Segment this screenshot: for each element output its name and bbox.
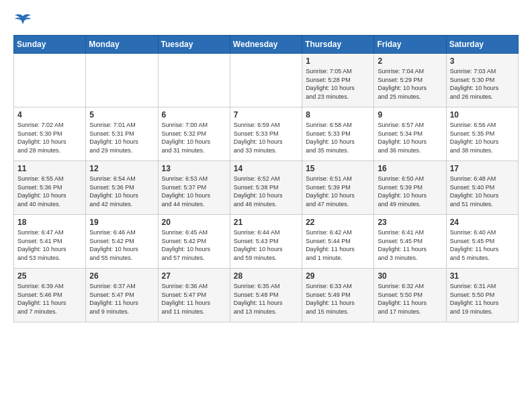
day-info: Sunrise: 6:41 AM Sunset: 5:45 PM Dayligh… bbox=[378, 228, 442, 262]
calendar-cell: 2Sunrise: 7:04 AM Sunset: 5:29 PM Daylig… bbox=[374, 54, 446, 107]
day-number: 3 bbox=[450, 56, 515, 66]
day-info: Sunrise: 6:54 AM Sunset: 5:36 PM Dayligh… bbox=[89, 175, 154, 208]
header-day-tuesday: Tuesday bbox=[158, 36, 230, 54]
calendar-cell: 8Sunrise: 6:58 AM Sunset: 5:33 PM Daylig… bbox=[302, 107, 374, 161]
calendar-cell: 6Sunrise: 7:00 AM Sunset: 5:32 PM Daylig… bbox=[158, 107, 230, 161]
logo bbox=[13, 13, 35, 28]
calendar-table: SundayMondayTuesdayWednesdayThursdayFrid… bbox=[13, 35, 519, 322]
day-number: 30 bbox=[378, 271, 442, 281]
calendar-cell: 24Sunrise: 6:40 AM Sunset: 5:45 PM Dayli… bbox=[446, 215, 518, 269]
header-day-saturday: Saturday bbox=[446, 36, 518, 54]
week-row-2: 11Sunrise: 6:55 AM Sunset: 5:36 PM Dayli… bbox=[14, 161, 519, 215]
calendar-cell: 14Sunrise: 6:52 AM Sunset: 5:38 PM Dayli… bbox=[230, 161, 302, 215]
day-number: 22 bbox=[306, 218, 370, 227]
day-info: Sunrise: 6:37 AM Sunset: 5:47 PM Dayligh… bbox=[89, 282, 154, 316]
calendar-cell: 1Sunrise: 7:05 AM Sunset: 5:28 PM Daylig… bbox=[302, 54, 374, 107]
day-info: Sunrise: 6:56 AM Sunset: 5:35 PM Dayligh… bbox=[450, 121, 515, 154]
day-number: 21 bbox=[234, 218, 298, 227]
header bbox=[13, 13, 519, 28]
day-info: Sunrise: 6:36 AM Sunset: 5:47 PM Dayligh… bbox=[162, 282, 226, 316]
calendar-cell: 11Sunrise: 6:55 AM Sunset: 5:36 PM Dayli… bbox=[14, 161, 86, 215]
day-number: 27 bbox=[162, 271, 226, 281]
day-info: Sunrise: 6:31 AM Sunset: 5:50 PM Dayligh… bbox=[450, 282, 515, 316]
calendar-cell bbox=[86, 54, 158, 107]
day-number: 25 bbox=[17, 271, 82, 281]
day-info: Sunrise: 6:44 AM Sunset: 5:43 PM Dayligh… bbox=[234, 228, 298, 262]
calendar-cell: 28Sunrise: 6:35 AM Sunset: 5:48 PM Dayli… bbox=[230, 269, 302, 322]
calendar-cell: 3Sunrise: 7:03 AM Sunset: 5:30 PM Daylig… bbox=[446, 54, 518, 107]
day-number: 5 bbox=[89, 110, 154, 120]
week-row-1: 4Sunrise: 7:02 AM Sunset: 5:30 PM Daylig… bbox=[14, 107, 519, 161]
day-number: 6 bbox=[162, 110, 226, 120]
day-number: 2 bbox=[378, 56, 442, 66]
calendar-header: SundayMondayTuesdayWednesdayThursdayFrid… bbox=[14, 36, 519, 54]
calendar-body: 1Sunrise: 7:05 AM Sunset: 5:28 PM Daylig… bbox=[14, 54, 519, 322]
calendar-cell: 22Sunrise: 6:42 AM Sunset: 5:44 PM Dayli… bbox=[302, 215, 374, 269]
day-info: Sunrise: 7:03 AM Sunset: 5:30 PM Dayligh… bbox=[450, 67, 515, 101]
day-info: Sunrise: 6:52 AM Sunset: 5:38 PM Dayligh… bbox=[234, 175, 298, 208]
day-info: Sunrise: 7:05 AM Sunset: 5:28 PM Dayligh… bbox=[306, 67, 370, 101]
header-day-friday: Friday bbox=[374, 36, 446, 54]
logo-bird-icon bbox=[13, 13, 32, 28]
week-row-4: 25Sunrise: 6:39 AM Sunset: 5:46 PM Dayli… bbox=[14, 269, 519, 322]
header-day-wednesday: Wednesday bbox=[230, 36, 302, 54]
day-info: Sunrise: 6:59 AM Sunset: 5:33 PM Dayligh… bbox=[234, 121, 298, 154]
day-number: 16 bbox=[378, 164, 442, 173]
day-info: Sunrise: 6:47 AM Sunset: 5:41 PM Dayligh… bbox=[17, 228, 82, 262]
day-number: 18 bbox=[17, 218, 82, 227]
calendar-cell: 30Sunrise: 6:32 AM Sunset: 5:50 PM Dayli… bbox=[374, 269, 446, 322]
day-number: 8 bbox=[306, 110, 370, 120]
calendar-cell: 10Sunrise: 6:56 AM Sunset: 5:35 PM Dayli… bbox=[446, 107, 518, 161]
day-info: Sunrise: 7:01 AM Sunset: 5:31 PM Dayligh… bbox=[89, 121, 154, 154]
day-info: Sunrise: 6:53 AM Sunset: 5:37 PM Dayligh… bbox=[162, 175, 226, 208]
day-number: 31 bbox=[450, 271, 515, 281]
day-info: Sunrise: 6:50 AM Sunset: 5:39 PM Dayligh… bbox=[378, 175, 442, 208]
calendar-cell bbox=[230, 54, 302, 107]
day-info: Sunrise: 7:00 AM Sunset: 5:32 PM Dayligh… bbox=[162, 121, 226, 154]
day-info: Sunrise: 7:04 AM Sunset: 5:29 PM Dayligh… bbox=[378, 67, 442, 101]
day-number: 12 bbox=[89, 164, 154, 173]
header-row: SundayMondayTuesdayWednesdayThursdayFrid… bbox=[14, 36, 519, 54]
day-info: Sunrise: 6:42 AM Sunset: 5:44 PM Dayligh… bbox=[306, 228, 370, 262]
day-number: 17 bbox=[450, 164, 515, 173]
calendar-cell: 29Sunrise: 6:33 AM Sunset: 5:49 PM Dayli… bbox=[302, 269, 374, 322]
day-number: 13 bbox=[162, 164, 226, 173]
day-number: 15 bbox=[306, 164, 370, 173]
day-number: 9 bbox=[378, 110, 442, 120]
day-number: 28 bbox=[234, 271, 298, 281]
calendar-cell: 23Sunrise: 6:41 AM Sunset: 5:45 PM Dayli… bbox=[374, 215, 446, 269]
calendar-cell: 27Sunrise: 6:36 AM Sunset: 5:47 PM Dayli… bbox=[158, 269, 230, 322]
calendar-cell: 31Sunrise: 6:31 AM Sunset: 5:50 PM Dayli… bbox=[446, 269, 518, 322]
calendar-cell bbox=[158, 54, 230, 107]
day-info: Sunrise: 6:45 AM Sunset: 5:42 PM Dayligh… bbox=[162, 228, 226, 262]
day-info: Sunrise: 6:32 AM Sunset: 5:50 PM Dayligh… bbox=[378, 282, 442, 316]
day-number: 20 bbox=[162, 218, 226, 227]
calendar-cell: 26Sunrise: 6:37 AM Sunset: 5:47 PM Dayli… bbox=[86, 269, 158, 322]
calendar-cell: 7Sunrise: 6:59 AM Sunset: 5:33 PM Daylig… bbox=[230, 107, 302, 161]
calendar-cell: 17Sunrise: 6:48 AM Sunset: 5:40 PM Dayli… bbox=[446, 161, 518, 215]
header-day-monday: Monday bbox=[86, 36, 158, 54]
calendar-cell: 18Sunrise: 6:47 AM Sunset: 5:41 PM Dayli… bbox=[14, 215, 86, 269]
day-info: Sunrise: 6:33 AM Sunset: 5:49 PM Dayligh… bbox=[306, 282, 370, 316]
week-row-0: 1Sunrise: 7:05 AM Sunset: 5:28 PM Daylig… bbox=[14, 54, 519, 107]
day-number: 4 bbox=[17, 110, 82, 120]
day-number: 19 bbox=[89, 218, 154, 227]
day-info: Sunrise: 6:40 AM Sunset: 5:45 PM Dayligh… bbox=[450, 228, 515, 262]
day-info: Sunrise: 6:51 AM Sunset: 5:39 PM Dayligh… bbox=[306, 175, 370, 208]
calendar-cell: 16Sunrise: 6:50 AM Sunset: 5:39 PM Dayli… bbox=[374, 161, 446, 215]
day-info: Sunrise: 6:46 AM Sunset: 5:42 PM Dayligh… bbox=[89, 228, 154, 262]
header-day-thursday: Thursday bbox=[302, 36, 374, 54]
calendar-cell: 21Sunrise: 6:44 AM Sunset: 5:43 PM Dayli… bbox=[230, 215, 302, 269]
day-info: Sunrise: 6:35 AM Sunset: 5:48 PM Dayligh… bbox=[234, 282, 298, 316]
day-number: 23 bbox=[378, 218, 442, 227]
week-row-3: 18Sunrise: 6:47 AM Sunset: 5:41 PM Dayli… bbox=[14, 215, 519, 269]
day-number: 1 bbox=[306, 56, 370, 66]
day-number: 14 bbox=[234, 164, 298, 173]
day-info: Sunrise: 6:48 AM Sunset: 5:40 PM Dayligh… bbox=[450, 175, 515, 208]
calendar-cell: 20Sunrise: 6:45 AM Sunset: 5:42 PM Dayli… bbox=[158, 215, 230, 269]
day-info: Sunrise: 6:55 AM Sunset: 5:36 PM Dayligh… bbox=[17, 175, 82, 208]
calendar-cell bbox=[14, 54, 86, 107]
day-info: Sunrise: 6:39 AM Sunset: 5:46 PM Dayligh… bbox=[17, 282, 82, 316]
calendar-cell: 12Sunrise: 6:54 AM Sunset: 5:36 PM Dayli… bbox=[86, 161, 158, 215]
header-day-sunday: Sunday bbox=[14, 36, 86, 54]
